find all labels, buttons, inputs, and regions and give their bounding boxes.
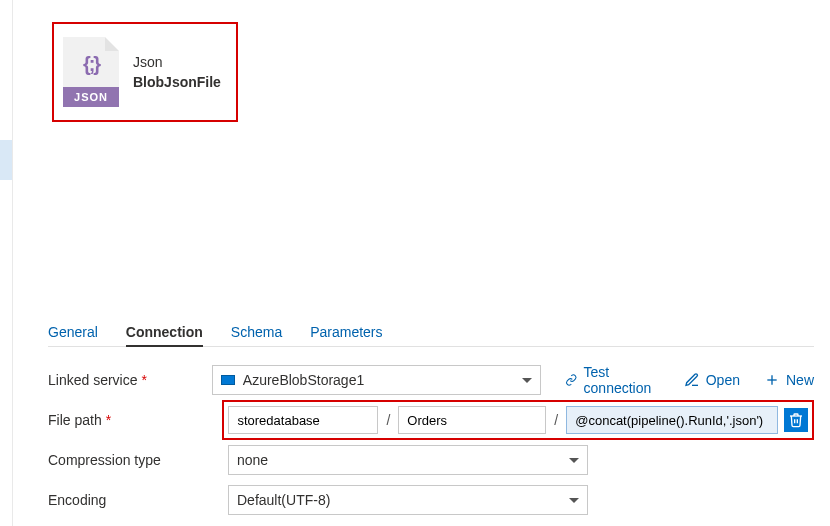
new-label: New	[786, 372, 814, 388]
row-linked-service: Linked service * AzureBlobStorage1 Test …	[48, 360, 814, 400]
row-compression: Compression type none	[48, 440, 814, 480]
chevron-down-icon	[522, 378, 532, 383]
json-braces-glyph: {;}	[63, 53, 119, 76]
row-encoding: Encoding Default(UTF-8)	[48, 480, 814, 520]
file-path-file-input[interactable]	[566, 406, 778, 434]
linked-service-label: Linked service	[48, 372, 138, 388]
tab-bar: General Connection Schema Parameters	[48, 324, 814, 347]
left-divider	[12, 0, 13, 526]
file-path-container-input[interactable]	[228, 406, 378, 434]
test-connection-button[interactable]: Test connection	[565, 364, 660, 396]
left-gutter-highlight	[0, 140, 12, 180]
trash-icon	[788, 412, 804, 428]
dataset-card-highlight: {;} JSON Json BlobJsonFile	[52, 22, 238, 122]
compression-label: Compression type	[48, 452, 161, 468]
left-gutter	[0, 0, 12, 526]
open-label: Open	[706, 372, 740, 388]
linked-service-dropdown[interactable]: AzureBlobStorage1	[212, 365, 541, 395]
compression-value: none	[237, 452, 268, 468]
file-path-highlight: / /	[222, 400, 814, 440]
encoding-dropdown[interactable]: Default(UTF-8)	[228, 485, 588, 515]
dataset-card[interactable]: {;} JSON Json BlobJsonFile	[57, 27, 233, 117]
storage-icon	[221, 375, 235, 385]
row-file-path: File path * / /	[48, 400, 814, 440]
tab-schema[interactable]: Schema	[231, 324, 282, 340]
encoding-value: Default(UTF-8)	[237, 492, 330, 508]
link-icon	[565, 372, 578, 388]
compression-dropdown[interactable]: none	[228, 445, 588, 475]
tab-parameters[interactable]: Parameters	[310, 324, 382, 340]
json-file-icon: {;} JSON	[63, 37, 119, 107]
linked-service-value: AzureBlobStorage1	[243, 372, 364, 388]
test-connection-label: Test connection	[584, 364, 660, 396]
file-path-directory-input[interactable]	[398, 406, 546, 434]
dataset-name: BlobJsonFile	[133, 74, 221, 90]
new-button[interactable]: New	[764, 364, 814, 396]
dog-ear-icon	[105, 37, 119, 51]
chevron-down-icon	[569, 498, 579, 503]
open-button[interactable]: Open	[684, 364, 740, 396]
file-path-label: File path	[48, 412, 102, 428]
required-marker: *	[142, 372, 147, 388]
dataset-format: Json	[133, 54, 221, 70]
chevron-down-icon	[569, 458, 579, 463]
tab-general[interactable]: General	[48, 324, 98, 340]
plus-icon	[764, 372, 780, 388]
path-separator: /	[384, 412, 392, 428]
encoding-label: Encoding	[48, 492, 106, 508]
required-marker: *	[106, 412, 111, 428]
path-separator: /	[552, 412, 560, 428]
clear-file-button[interactable]	[784, 408, 808, 432]
pencil-icon	[684, 372, 700, 388]
json-band-label: JSON	[63, 87, 119, 107]
tab-connection[interactable]: Connection	[126, 324, 203, 347]
